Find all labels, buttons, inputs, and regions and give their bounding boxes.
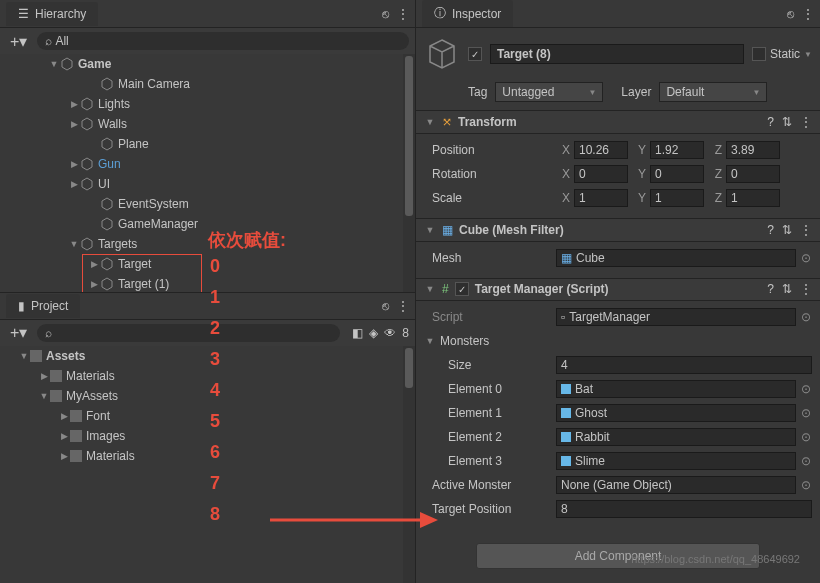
help-icon[interactable]: ? (767, 282, 774, 296)
foldout-icon[interactable]: ▼ (424, 117, 436, 127)
project-search[interactable]: ⌕ (37, 324, 340, 342)
item-label: Font (86, 409, 110, 423)
size-field[interactable]: 4 (556, 356, 812, 374)
object-picker-icon[interactable]: ⊙ (800, 310, 812, 324)
project-item[interactable]: ▶Font (0, 406, 415, 426)
lock-icon[interactable]: ⎋ (382, 7, 389, 21)
hierarchy-item[interactable]: GameManager (0, 214, 415, 234)
scale-y-field[interactable]: 1 (650, 189, 704, 207)
target-position-field[interactable]: 8 (556, 500, 812, 518)
help-icon[interactable]: ? (767, 223, 774, 237)
preset-icon[interactable]: ⇅ (782, 223, 792, 237)
filter-type-icon[interactable]: ◧ (352, 326, 363, 340)
project-item[interactable]: ▶Images (0, 426, 415, 446)
foldout-icon[interactable]: ▶ (58, 451, 70, 461)
rotation-z-field[interactable]: 0 (726, 165, 780, 183)
mesh-field[interactable]: ▦Cube (556, 249, 796, 267)
foldout-icon[interactable]: ▼ (424, 225, 436, 235)
object-picker-icon[interactable]: ⊙ (800, 478, 812, 492)
transform-header[interactable]: ▼ ⤧ Transform ?⇅⋮ (416, 110, 820, 134)
scale-z-field[interactable]: 1 (726, 189, 780, 207)
rotation-y-field[interactable]: 0 (650, 165, 704, 183)
project-item[interactable]: ▶Materials (0, 366, 415, 386)
rotation-x-field[interactable]: 0 (574, 165, 628, 183)
position-x-field[interactable]: 10.26 (574, 141, 628, 159)
lock-icon[interactable]: ⎋ (787, 7, 794, 21)
folder-icon (70, 410, 82, 422)
foldout-icon[interactable]: ▶ (68, 119, 80, 129)
object-picker-icon[interactable]: ⊙ (800, 382, 812, 396)
foldout-icon[interactable]: ▼ (18, 351, 30, 361)
hierarchy-item[interactable]: ▼Targets (0, 234, 415, 254)
foldout-icon[interactable]: ▶ (88, 259, 100, 269)
hierarchy-item[interactable]: ▶Walls (0, 114, 415, 134)
position-y-field[interactable]: 1.92 (650, 141, 704, 159)
foldout-icon[interactable]: ▼ (38, 391, 50, 401)
create-button[interactable]: +▾ (6, 323, 31, 342)
position-z-field[interactable]: 3.89 (726, 141, 780, 159)
menu-icon[interactable]: ⋮ (397, 299, 409, 313)
project-item[interactable]: ▼Assets (0, 346, 415, 366)
meshfilter-header[interactable]: ▼ ▦ Cube (Mesh Filter) ?⇅⋮ (416, 218, 820, 242)
hierarchy-item[interactable]: Plane (0, 134, 415, 154)
hierarchy-tab[interactable]: ☰ Hierarchy (6, 2, 98, 26)
object-picker-icon[interactable]: ⊙ (800, 406, 812, 420)
menu-icon[interactable]: ⋮ (800, 282, 812, 296)
menu-icon[interactable]: ⋮ (800, 223, 812, 237)
script-title: Target Manager (Script) (475, 282, 609, 296)
preset-icon[interactable]: ⇅ (782, 115, 792, 129)
tag-layer-row: Tag Untagged▼ Layer Default▼ (416, 80, 820, 110)
preset-icon[interactable]: ⇅ (782, 282, 792, 296)
foldout-icon[interactable]: ▶ (38, 371, 50, 381)
element-field[interactable]: Rabbit (556, 428, 796, 446)
scriptref-field: ▫TargetManager (556, 308, 796, 326)
menu-icon[interactable]: ⋮ (397, 7, 409, 21)
meshfilter-title: Cube (Mesh Filter) (459, 223, 564, 237)
create-button[interactable]: +▾ (6, 32, 31, 51)
lock-icon[interactable]: ⎋ (382, 299, 389, 313)
foldout-icon[interactable]: ▼ (424, 336, 436, 346)
hierarchy-item[interactable]: ▶Target (1) (0, 274, 415, 292)
hierarchy-item[interactable]: ▼Game (0, 54, 415, 74)
foldout-icon[interactable]: ▶ (68, 99, 80, 109)
name-field[interactable]: Target (8) (490, 44, 744, 64)
foldout-icon[interactable]: ▼ (424, 284, 436, 294)
object-picker-icon[interactable]: ⊙ (800, 251, 812, 265)
hierarchy-item[interactable]: ▶Lights (0, 94, 415, 114)
hierarchy-search[interactable]: ⌕ All (37, 32, 409, 50)
hierarchy-item[interactable]: EventSystem (0, 194, 415, 214)
element-field[interactable]: Slime (556, 452, 796, 470)
menu-icon[interactable]: ⋮ (802, 7, 814, 21)
foldout-icon[interactable]: ▶ (68, 179, 80, 189)
static-checkbox[interactable] (752, 47, 766, 61)
active-monster-field[interactable]: None (Game Object) (556, 476, 796, 494)
foldout-icon[interactable]: ▶ (68, 159, 80, 169)
tag-dropdown[interactable]: Untagged▼ (495, 82, 603, 102)
foldout-icon[interactable]: ▶ (88, 279, 100, 289)
inspector-tab[interactable]: ⓘ Inspector (422, 0, 513, 27)
scale-x-field[interactable]: 1 (574, 189, 628, 207)
foldout-icon[interactable]: ▶ (58, 431, 70, 441)
filter-label-icon[interactable]: ◈ (369, 326, 378, 340)
active-checkbox[interactable]: ✓ (468, 47, 482, 61)
element-field[interactable]: Bat (556, 380, 796, 398)
layer-dropdown[interactable]: Default▼ (659, 82, 767, 102)
project-item[interactable]: ▶Materials (0, 446, 415, 466)
project-tab[interactable]: ▮ Project (6, 294, 80, 318)
help-icon[interactable]: ? (767, 115, 774, 129)
script-enabled-checkbox[interactable]: ✓ (455, 282, 469, 296)
hierarchy-item[interactable]: ▶Target (0, 254, 415, 274)
hierarchy-item[interactable]: Main Camera (0, 74, 415, 94)
hidden-icon[interactable]: 👁 (384, 326, 396, 340)
hierarchy-item[interactable]: ▶UI (0, 174, 415, 194)
object-picker-icon[interactable]: ⊙ (800, 454, 812, 468)
element-field[interactable]: Ghost (556, 404, 796, 422)
menu-icon[interactable]: ⋮ (800, 115, 812, 129)
foldout-icon[interactable]: ▼ (68, 239, 80, 249)
hierarchy-item[interactable]: ▶Gun (0, 154, 415, 174)
script-header[interactable]: ▼ # ✓ Target Manager (Script) ?⇅⋮ (416, 278, 820, 302)
project-item[interactable]: ▼MyAssets (0, 386, 415, 406)
object-picker-icon[interactable]: ⊙ (800, 430, 812, 444)
foldout-icon[interactable]: ▶ (58, 411, 70, 421)
foldout-icon[interactable]: ▼ (48, 59, 60, 69)
